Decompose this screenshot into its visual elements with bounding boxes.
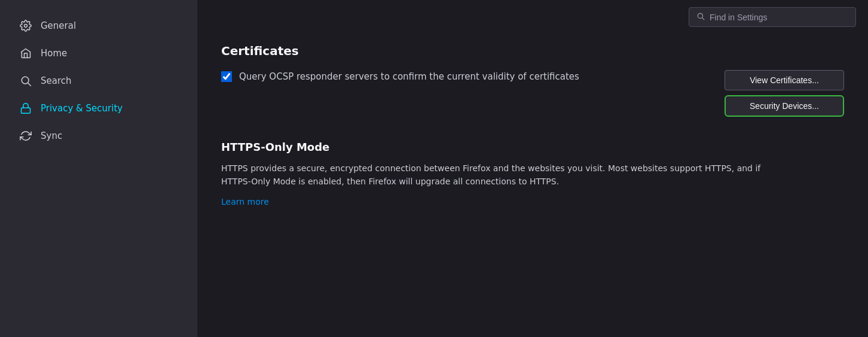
sync-icon [19,129,32,142]
learn-more-link[interactable]: Learn more [221,197,269,207]
find-icon [696,11,705,23]
ocsp-label[interactable]: Query OCSP responder servers to confirm … [239,70,579,84]
cert-row: Query OCSP responder servers to confirm … [221,70,844,117]
sidebar-item-privacy-security[interactable]: Privacy & Security [5,96,192,121]
svg-rect-3 [22,108,30,113]
sidebar-item-home-label: Home [41,48,67,59]
https-only-title: HTTPS-Only Mode [221,141,844,153]
gear-icon [19,19,32,32]
svg-line-2 [28,83,31,86]
sidebar-item-sync[interactable]: Sync [5,123,192,148]
security-devices-button[interactable]: Security Devices... [725,95,844,117]
sidebar-item-general-label: General [41,20,76,31]
find-in-settings-input[interactable] [710,13,848,22]
sidebar-item-home[interactable]: Home [5,41,192,66]
lock-icon [19,102,32,115]
ocsp-checkbox[interactable] [221,71,232,82]
https-only-section: HTTPS-Only Mode HTTPS provides a secure,… [221,141,844,207]
https-only-description: HTTPS provides a secure, encrypted conne… [221,162,789,189]
search-icon [19,74,32,87]
home-icon [19,47,32,60]
cert-left: Query OCSP responder servers to confirm … [221,70,707,84]
view-certificates-button[interactable]: View Certificates... [725,70,844,90]
sidebar-item-search[interactable]: Search [5,68,192,93]
sidebar-item-sync-label: Sync [41,130,62,141]
sidebar-item-privacy-security-label: Privacy & Security [41,103,123,114]
ocsp-checkbox-container[interactable] [221,71,232,84]
sidebar-item-search-label: Search [41,75,72,86]
certificates-section: Certificates Query OCSP responder server… [221,44,844,117]
cert-buttons: View Certificates... Security Devices... [725,70,844,117]
svg-line-5 [702,18,704,20]
certificates-title: Certificates [221,44,844,58]
main-content: Certificates Query OCSP responder server… [197,0,868,337]
content-area: Certificates Query OCSP responder server… [197,32,868,337]
svg-point-0 [25,25,27,28]
sidebar: General Home Search Privacy & Se [0,0,197,337]
header-bar [197,0,868,32]
sidebar-item-general[interactable]: General [5,13,192,38]
find-in-settings-box[interactable] [689,7,856,27]
